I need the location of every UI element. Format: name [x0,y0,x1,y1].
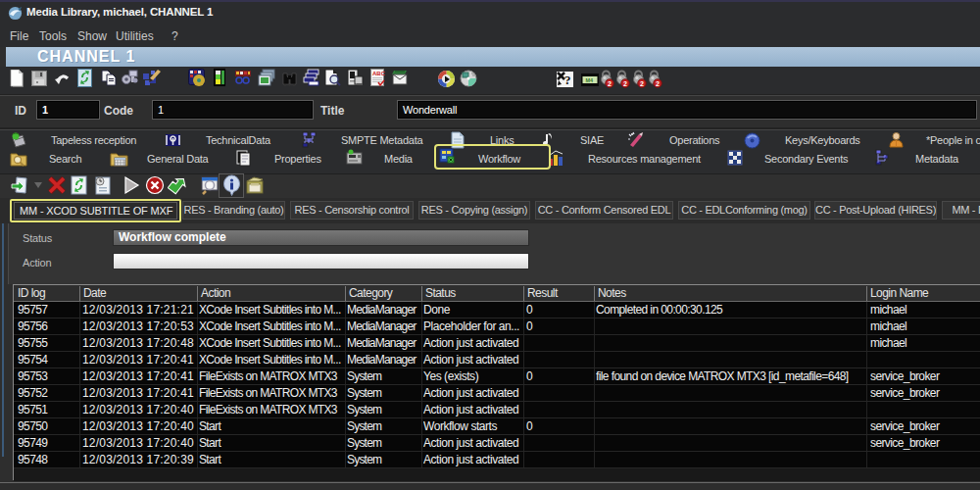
svg-text:M4: M4 [586,77,595,83]
svg-text:2: 2 [608,80,612,87]
svg-text:2: 2 [623,80,627,87]
svg-text:ABC: ABC [372,71,385,76]
svg-text:?: ? [564,73,571,87]
svg-text:2: 2 [640,80,644,87]
svg-text:2: 2 [656,80,660,87]
